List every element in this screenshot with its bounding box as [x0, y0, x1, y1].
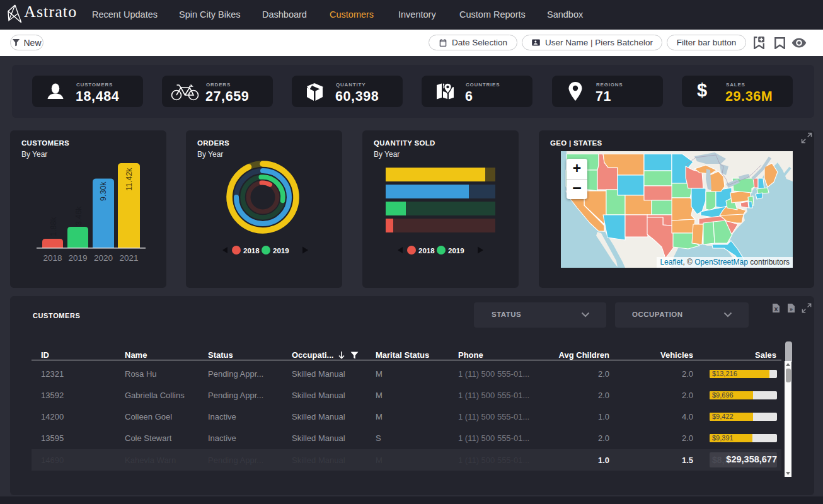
svg-text:2021: 2021 [119, 253, 138, 263]
svg-text:2018: 2018 [43, 253, 62, 263]
svg-text:»: » [790, 306, 793, 312]
svg-text:2019: 2019 [448, 247, 464, 255]
svg-text:X: X [774, 306, 778, 312]
svg-text:11.42k: 11.42k [125, 168, 134, 191]
svg-text:9.30k: 9.30k [99, 181, 108, 201]
svg-text:3.46k: 3.46k [74, 206, 83, 226]
svg-text:2019: 2019 [68, 253, 87, 263]
svg-text:2020: 2020 [94, 253, 113, 263]
svg-text:2019: 2019 [273, 247, 289, 255]
svg-text:2018: 2018 [418, 247, 435, 255]
svg-text:2018: 2018 [243, 247, 260, 255]
svg-text:1.88k: 1.88k [49, 217, 58, 236]
